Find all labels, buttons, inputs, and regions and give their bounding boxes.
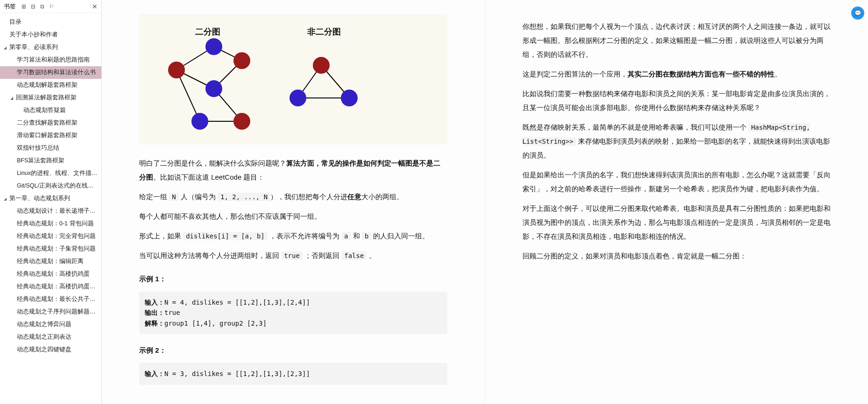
nav-item[interactable]: 经典动态规划：最长公共子序列	[0, 293, 101, 306]
paragraph: 对于上面这个例子，可以使用二分图来取代哈希表。电影和演员是具有二分图性质的：如果…	[522, 202, 831, 244]
nav-item[interactable]: 学习数据结构和算法读什么书	[0, 66, 101, 79]
nav-item[interactable]: 经典动态规划：子集背包问题	[0, 243, 101, 255]
bookmark-icon[interactable]: ⚐	[49, 3, 54, 10]
paragraph: 你想想，如果我们把每个人视为一个顶点，边代表讨厌；相互讨厌的两个人之间连接一条边…	[522, 20, 831, 62]
chat-icon: 💬	[854, 10, 861, 16]
paragraph: 每个人都可能不喜欢其他人，那么他们不应该属于同一组。	[139, 209, 447, 223]
nav-item[interactable]: 动态规划之正则表达	[0, 331, 101, 343]
sidebar: 书签 ⊞ ⊟ ⧉ ⚐ ✕ 目录关于本小抄和作者第零章、必读系列学习算法和刷题的思…	[0, 0, 102, 404]
svg-point-17	[289, 90, 306, 106]
nav-item[interactable]: 经典动态规划：0-1 背包问题	[0, 217, 101, 230]
nav-item[interactable]: 双指针技巧总结	[0, 142, 101, 154]
sidebar-header: 书签 ⊞ ⊟ ⧉ ⚐ ✕	[0, 0, 101, 13]
nav-item[interactable]: 目录	[0, 16, 101, 28]
example-title-2: 示例 2：	[139, 343, 447, 357]
svg-point-18	[341, 90, 358, 106]
nav-item[interactable]: 第零章、必读系列	[0, 41, 101, 54]
svg-point-7	[205, 38, 222, 55]
nav-item[interactable]: 第一章、动态规划系列	[0, 192, 101, 205]
sidebar-nav[interactable]: 目录关于本小抄和作者第零章、必读系列学习算法和刷题的思路指南学习数据结构和算法读…	[0, 13, 101, 404]
nav-item[interactable]: 经典动态规划：完全背包问题	[0, 230, 101, 243]
example-title-1: 示例 1：	[139, 272, 447, 286]
svg-point-8	[168, 62, 185, 78]
paragraph: 当可以用这种方法将每个人分进两组时，返回 true ；否则返回 false 。	[139, 249, 447, 263]
nav-item[interactable]: Git/SQL/正则表达式的在线练习平台	[0, 180, 101, 192]
nav-item[interactable]: 滑动窗口解题套路框架	[0, 129, 101, 142]
nav-item[interactable]: 动态规划设计：最长递增子序列	[0, 205, 101, 217]
nav-item[interactable]: 经典动态规划：编辑距离	[0, 255, 101, 268]
nav-item[interactable]: 动态规划答疑篇	[0, 104, 101, 117]
main-content: 二分图 非二分图 明白了二分图是什么，能解决什么实际问题呢？算法方面，常见的操作…	[102, 0, 868, 404]
close-icon[interactable]: ✕	[92, 3, 98, 10]
expand-icon[interactable]: ⊞	[21, 3, 26, 10]
paragraph: 给定一组 N 人（编号为 1, 2, ..., N），我们想把每个人分进任意大小…	[139, 190, 447, 204]
bookmark-add-icon[interactable]: ⧉	[40, 3, 44, 10]
svg-point-9	[233, 52, 250, 69]
sidebar-title: 书签	[4, 2, 16, 11]
graph-non-bipartite	[284, 33, 368, 126]
nav-item[interactable]: 关于本小抄和作者	[0, 28, 101, 41]
nav-item[interactable]: Linux的进程、线程、文件描述符是…	[0, 167, 101, 180]
nav-item[interactable]: 动态规划之博弈问题	[0, 318, 101, 331]
nav-item[interactable]: 回溯算法解题套路框架	[0, 91, 101, 104]
example-1-code: 输入：N = 4, dislikes = [[1,2],[1,3],[2,4]]…	[139, 292, 447, 334]
nav-item[interactable]: 二分查找解题套路框架	[0, 117, 101, 129]
nav-item[interactable]: 动态规划解题套路框架	[0, 79, 101, 91]
svg-point-10	[205, 80, 222, 97]
example-2-code: 输入：N = 3, dislikes = [[1,2],[1,3],[2,3]]	[139, 363, 447, 384]
nav-item[interactable]: 学习算法和刷题的思路指南	[0, 54, 101, 66]
graph-bipartite	[153, 33, 270, 140]
paragraph: 回顾二分图的定义，如果对演员和电影顶点着色，肯定就是一幅二分图：	[522, 249, 831, 263]
bipartite-diagram: 二分图 非二分图	[139, 14, 447, 145]
svg-point-11	[191, 113, 208, 130]
floating-action-button[interactable]: 💬	[851, 7, 864, 20]
collapse-icon[interactable]: ⊟	[31, 3, 35, 10]
nav-item[interactable]: 动态规划之四键键盘	[0, 343, 101, 356]
nav-item[interactable]: BFS算法套路框架	[0, 154, 101, 167]
paragraph: 但是如果给出一个演员的名字，我们想快速得到该演员演出的所有电影，怎么办呢？这就需…	[522, 168, 831, 196]
paragraph: 明白了二分图是什么，能解决什么实际问题呢？算法方面，常见的操作是如何判定一幅图是…	[139, 156, 447, 184]
svg-line-4	[176, 70, 200, 121]
paragraph: 形式上，如果 dislikes[i] = [a, b] ，表示不允许将编号为 a…	[139, 229, 447, 243]
page-right: 你想想，如果我们把每个人视为一个顶点，边代表讨厌；相互讨厌的两个人之间连接一条边…	[485, 0, 868, 404]
paragraph: 既然是存储映射关系，最简单的不就是使用哈希表嘛，我们可以使用一个 HashMap…	[522, 120, 831, 162]
nav-item[interactable]: 动态规划之子序列问题解题模板	[0, 306, 101, 318]
nav-item[interactable]: 经典动态规划：高楼扔鸡蛋（进阶）	[0, 280, 101, 293]
nav-item[interactable]: 经典动态规划：高楼扔鸡蛋	[0, 268, 101, 280]
svg-point-16	[313, 57, 330, 74]
paragraph: 比如说我们需要一种数据结构来储存电影和演员之间的关系：某一部电影肯定是由多位演员…	[522, 87, 831, 115]
svg-point-12	[233, 113, 250, 130]
toolbar-icons: ⊞ ⊟ ⧉ ⚐	[21, 3, 54, 10]
paragraph: 这是判定二分图算法的一个应用，其实二分图在数据结构方面也有一些不错的特性。	[522, 67, 831, 81]
page-left: 二分图 非二分图 明白了二分图是什么，能解决什么实际问题呢？算法方面，常见的操作…	[102, 0, 485, 404]
